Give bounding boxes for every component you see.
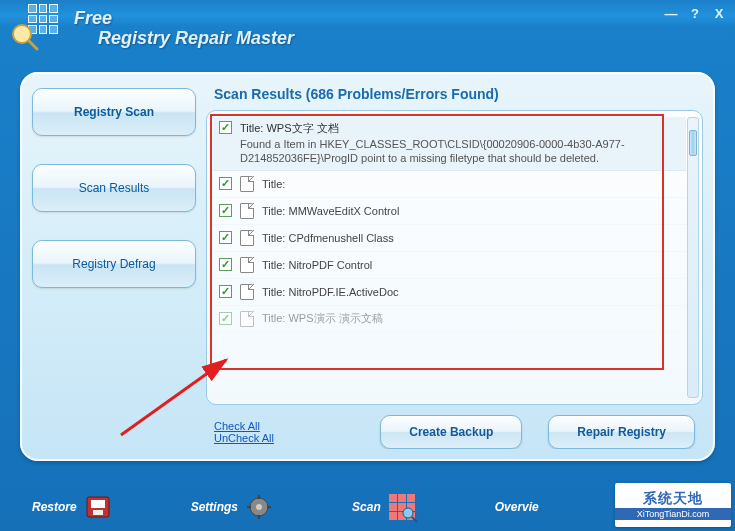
titlebar: Free Registry Repair Master — ? X — [0, 0, 735, 56]
svg-rect-4 — [91, 500, 105, 508]
settings-tab[interactable]: Settings — [191, 494, 272, 520]
main-panel: Registry Scan Scan Results Registry Defr… — [20, 72, 715, 461]
result-item[interactable]: ✓ Title: — [213, 171, 686, 198]
checkbox-icon[interactable]: ✓ — [219, 177, 232, 190]
result-title: Title: WPS文字 文档 — [240, 121, 680, 136]
watermark-logo: 系统天地 XiTongTianDi.com — [615, 483, 731, 527]
result-label: Title: WPS演示 演示文稿 — [262, 311, 383, 326]
minimize-button[interactable]: — — [663, 6, 679, 21]
checkbox-icon[interactable]: ✓ — [219, 204, 232, 217]
app-logo: Free Registry Repair Master — [10, 4, 294, 52]
results-header: Scan Results (686 Problems/Errors Found) — [206, 84, 703, 110]
scan-results-button[interactable]: Scan Results — [32, 164, 196, 212]
scroll-thumb[interactable] — [689, 130, 697, 156]
checkbox-icon[interactable]: ✓ — [219, 121, 232, 134]
app-title: Free Registry Repair Master — [74, 9, 294, 49]
file-icon — [240, 203, 254, 219]
scan-tab[interactable]: Scan — [352, 494, 415, 520]
scrollbar-vertical[interactable] — [687, 117, 699, 398]
svg-line-1 — [29, 41, 37, 49]
content-area: Scan Results (686 Problems/Errors Found)… — [206, 84, 703, 449]
result-item[interactable]: ✓ Title: MMWaveEditX Control — [213, 198, 686, 225]
close-button[interactable]: X — [711, 6, 727, 21]
checkbox-icon[interactable]: ✓ — [219, 285, 232, 298]
result-item[interactable]: ✓ Title: WPS演示 演示文稿 — [213, 306, 686, 333]
file-icon — [240, 311, 254, 327]
repair-registry-button[interactable]: Repair Registry — [548, 415, 695, 449]
checkbox-icon[interactable]: ✓ — [219, 231, 232, 244]
disk-icon — [85, 494, 111, 520]
file-icon — [240, 230, 254, 246]
results-panel: ✓ Title: WPS文字 文档 Found a Item in HKEY_C… — [206, 110, 703, 405]
gear-icon — [246, 494, 272, 520]
uncheck-all-link[interactable]: UnCheck All — [214, 432, 274, 444]
file-icon — [240, 257, 254, 273]
svg-point-12 — [403, 508, 413, 518]
file-icon — [240, 284, 254, 300]
result-label: Title: NitroPDF Control — [262, 259, 372, 271]
file-icon — [240, 176, 254, 192]
sidebar: Registry Scan Scan Results Registry Defr… — [32, 84, 196, 449]
results-list: ✓ Title: WPS文字 文档 Found a Item in HKEY_C… — [213, 117, 686, 398]
result-item[interactable]: ✓ Title: CPdfmenushell Class — [213, 225, 686, 252]
svg-rect-5 — [93, 510, 103, 515]
svg-point-7 — [256, 504, 262, 510]
footer-actions: Check All UnCheck All Create Backup Repa… — [206, 405, 703, 449]
registry-defrag-button[interactable]: Registry Defrag — [32, 240, 196, 288]
result-label: Title: MMWaveEditX Control — [262, 205, 399, 217]
restore-tab[interactable]: Restore — [32, 494, 111, 520]
magnifier-icon — [10, 22, 40, 52]
help-button[interactable]: ? — [687, 6, 703, 21]
result-item[interactable]: ✓ Title: NitroPDF.IE.ActiveDoc — [213, 279, 686, 306]
checkbox-icon[interactable]: ✓ — [219, 258, 232, 271]
checkbox-icon[interactable]: ✓ — [219, 312, 232, 325]
result-description: Found a Item in HKEY_CLASSES_ROOT\CLSID\… — [240, 138, 680, 166]
result-label: Title: NitroPDF.IE.ActiveDoc — [262, 286, 399, 298]
overview-tab[interactable]: Overvie — [495, 500, 539, 514]
check-all-link[interactable]: Check All — [214, 420, 274, 432]
result-label: Title: CPdfmenushell Class — [262, 232, 394, 244]
result-item-expanded[interactable]: ✓ Title: WPS文字 文档 Found a Item in HKEY_C… — [213, 117, 686, 171]
registry-scan-button[interactable]: Registry Scan — [32, 88, 196, 136]
magnifier-icon — [401, 506, 419, 524]
result-label: Title: — [262, 178, 285, 190]
create-backup-button[interactable]: Create Backup — [380, 415, 522, 449]
svg-line-13 — [412, 517, 417, 522]
result-item[interactable]: ✓ Title: NitroPDF Control — [213, 252, 686, 279]
